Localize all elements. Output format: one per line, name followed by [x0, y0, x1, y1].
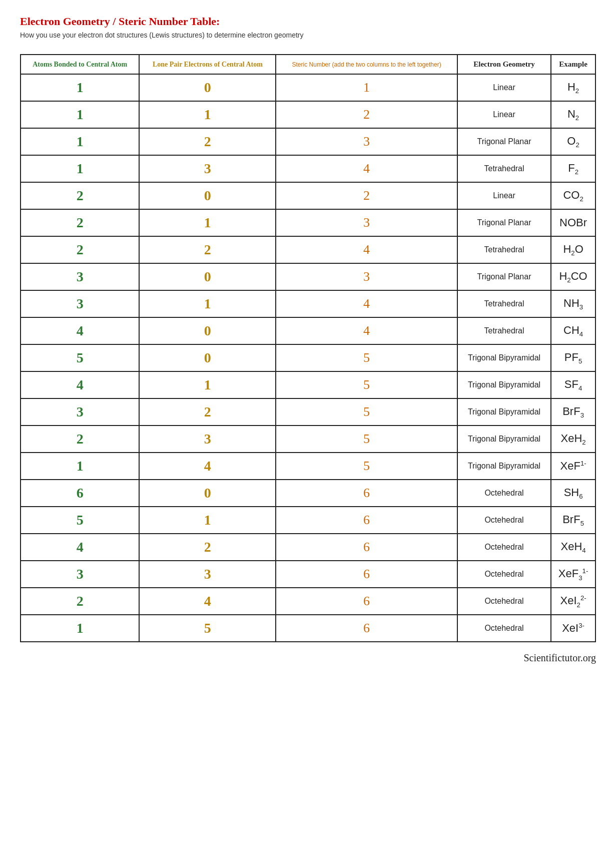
geometry-value: Trigonal Bipyramidal [457, 344, 551, 371]
bonded-value: 2 [21, 209, 139, 236]
header-steric: Steric Number (add the two columns to th… [276, 55, 457, 74]
steric-value: 6 [276, 561, 457, 588]
geometry-value: Linear [457, 74, 551, 101]
lone-value: 5 [139, 615, 276, 642]
geometry-value: Octehedral [457, 615, 551, 642]
example-value: XeH2 [551, 426, 595, 453]
geometry-value: Octehedral [457, 534, 551, 561]
bonded-value: 1 [21, 101, 139, 128]
steric-value: 5 [276, 426, 457, 453]
geometry-value: Tetrahedral [457, 290, 551, 317]
geometry-value: Linear [457, 182, 551, 209]
table-row: 314TetrahedralNH3 [21, 290, 595, 317]
lone-value: 3 [139, 155, 276, 182]
table-row: 134TetrahedralF2 [21, 155, 595, 182]
table-row: 336OctehedralXeF31- [21, 561, 595, 588]
table-row: 303Trigonal PlanarH2CO [21, 263, 595, 290]
lone-value: 0 [139, 317, 276, 344]
lone-value: 3 [139, 426, 276, 453]
table-row: 246OctehedralXeI22- [21, 588, 595, 615]
steric-value: 5 [276, 453, 457, 480]
example-value: SH6 [551, 480, 595, 507]
table-row: 404TetrahedralCH4 [21, 317, 595, 344]
table-row: 156OctehedralXeI3- [21, 615, 595, 642]
lone-value: 4 [139, 588, 276, 615]
geometry-value: Trigonal Bipyramidal [457, 453, 551, 480]
example-value: CH4 [551, 317, 595, 344]
bonded-value: 4 [21, 534, 139, 561]
lone-value: 0 [139, 344, 276, 371]
example-value: XeH4 [551, 534, 595, 561]
bonded-value: 6 [21, 480, 139, 507]
example-value: H2O [551, 236, 595, 263]
table-row: 224TetrahedralH2O [21, 236, 595, 263]
steric-value: 4 [276, 236, 457, 263]
page-subtitle: How you use your electron dot structures… [20, 31, 596, 39]
geometry-value: Octehedral [457, 561, 551, 588]
bonded-value: 1 [21, 74, 139, 101]
lone-value: 2 [139, 534, 276, 561]
example-value: XeF1- [551, 453, 595, 480]
lone-value: 1 [139, 209, 276, 236]
bonded-value: 1 [21, 155, 139, 182]
steric-value: 2 [276, 101, 457, 128]
bonded-value: 3 [21, 290, 139, 317]
steric-value: 5 [276, 371, 457, 398]
lone-value: 1 [139, 101, 276, 128]
table-row: 202LinearCO2 [21, 182, 595, 209]
example-value: XeF31- [551, 561, 595, 588]
steric-value: 2 [276, 182, 457, 209]
bonded-value: 3 [21, 263, 139, 290]
table-row: 415Trigonal BipyramidalSF4 [21, 371, 595, 398]
bonded-value: 5 [21, 344, 139, 371]
footer-text: Scientifictutor.org [20, 652, 596, 664]
steric-value: 3 [276, 128, 457, 155]
example-value: NOBr [551, 209, 595, 236]
geometry-value: Trigonal Bipyramidal [457, 426, 551, 453]
steric-value: 5 [276, 398, 457, 426]
header-bonded: Atoms Bonded to Central Atom [21, 55, 139, 74]
geometry-value: Tetrahedral [457, 317, 551, 344]
lone-value: 2 [139, 128, 276, 155]
bonded-value: 4 [21, 317, 139, 344]
bonded-value: 4 [21, 371, 139, 398]
lone-value: 2 [139, 236, 276, 263]
example-value: XeI3- [551, 615, 595, 642]
lone-value: 0 [139, 182, 276, 209]
bonded-value: 1 [21, 615, 139, 642]
bonded-value: 2 [21, 588, 139, 615]
bonded-value: 3 [21, 398, 139, 426]
example-value: H2CO [551, 263, 595, 290]
steric-value: 5 [276, 344, 457, 371]
bonded-value: 2 [21, 236, 139, 263]
steric-value: 4 [276, 317, 457, 344]
page-title: Electron Geometry / Steric Number Table: [20, 15, 596, 28]
geometry-value: Trigonal Planar [457, 209, 551, 236]
steric-value: 6 [276, 507, 457, 534]
steric-value: 6 [276, 480, 457, 507]
table-row: 145Trigonal BipyramidalXeF1- [21, 453, 595, 480]
table-row: 101LinearH2 [21, 74, 595, 101]
geometry-value: Trigonal Bipyramidal [457, 371, 551, 398]
example-value: H2 [551, 74, 595, 101]
table-row: 426OctehedralXeH4 [21, 534, 595, 561]
example-value: CO2 [551, 182, 595, 209]
lone-value: 2 [139, 398, 276, 426]
geometry-value: Octehedral [457, 507, 551, 534]
example-value: SF4 [551, 371, 595, 398]
steric-value: 3 [276, 209, 457, 236]
steric-value: 6 [276, 588, 457, 615]
lone-value: 0 [139, 74, 276, 101]
steric-value: 6 [276, 615, 457, 642]
geometry-value: Trigonal Planar [457, 128, 551, 155]
bonded-value: 3 [21, 561, 139, 588]
example-value: F2 [551, 155, 595, 182]
table-row: 213Trigonal PlanarNOBr [21, 209, 595, 236]
example-value: N2 [551, 101, 595, 128]
table-row: 606OctehedralSH6 [21, 480, 595, 507]
lone-value: 3 [139, 561, 276, 588]
geometry-value: Tetrahedral [457, 236, 551, 263]
bonded-value: 2 [21, 426, 139, 453]
steric-value: 6 [276, 534, 457, 561]
geometry-value: Octehedral [457, 588, 551, 615]
